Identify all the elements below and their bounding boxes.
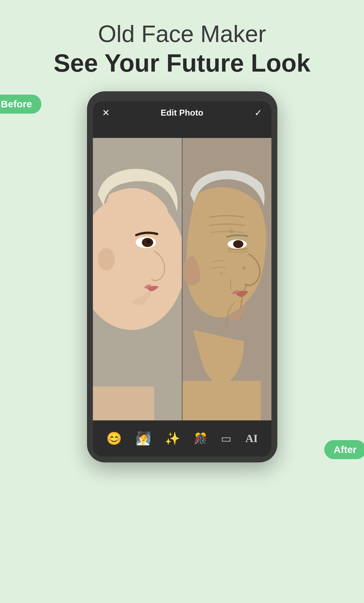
phone-frame: ✕ Edit Photo ✓ bbox=[87, 91, 277, 462]
top-toolbar: ✕ Edit Photo ✓ bbox=[93, 101, 271, 125]
photo-before bbox=[93, 138, 182, 420]
svg-point-13 bbox=[229, 229, 234, 233]
svg-point-12 bbox=[233, 240, 243, 248]
sub-toolbar bbox=[93, 125, 271, 138]
ai-text-icon: AI bbox=[246, 432, 258, 445]
sticker-icon: 🎊 bbox=[194, 432, 207, 445]
tool-ai[interactable]: AI bbox=[242, 430, 262, 447]
photo-comparison bbox=[93, 138, 271, 420]
old-face-svg bbox=[182, 138, 271, 420]
confirm-button[interactable]: ✓ bbox=[254, 107, 262, 118]
svg-point-14 bbox=[220, 272, 223, 275]
svg-rect-10 bbox=[182, 381, 261, 420]
face-age-icon: 😊 bbox=[106, 431, 122, 446]
tool-face-mask[interactable]: 🧖 bbox=[132, 429, 155, 448]
tool-sticker[interactable]: 🎊 bbox=[190, 430, 211, 447]
bottom-toolbar: 😊 🧖 ✨ 🎊 ▭ AI bbox=[93, 420, 271, 457]
tool-frame[interactable]: ▭ bbox=[217, 429, 235, 448]
header-section: Old Face Maker See Your Future Look bbox=[54, 0, 310, 88]
app-title-line2: See Your Future Look bbox=[54, 48, 310, 78]
after-label: After bbox=[324, 440, 364, 459]
tool-effects[interactable]: ✨ bbox=[161, 429, 184, 448]
svg-point-6 bbox=[147, 239, 150, 243]
close-button[interactable]: ✕ bbox=[102, 107, 110, 118]
toolbar-title: Edit Photo bbox=[161, 108, 203, 118]
tool-face-age[interactable]: 😊 bbox=[102, 429, 126, 448]
svg-rect-2 bbox=[93, 386, 154, 420]
svg-point-15 bbox=[242, 266, 245, 269]
face-mask-icon: 🧖 bbox=[136, 431, 151, 446]
before-label: Before bbox=[0, 95, 41, 114]
app-title-line1: Old Face Maker bbox=[54, 20, 310, 48]
frame-icon: ▭ bbox=[221, 432, 231, 445]
young-face-svg bbox=[93, 138, 182, 420]
photo-after bbox=[182, 138, 271, 420]
phone-wrapper: Before After ✕ Edit Photo ✓ bbox=[87, 91, 277, 462]
phone-screen: ✕ Edit Photo ✓ bbox=[93, 101, 271, 457]
svg-point-7 bbox=[98, 248, 115, 271]
sparkle-icon: ✨ bbox=[165, 431, 180, 446]
